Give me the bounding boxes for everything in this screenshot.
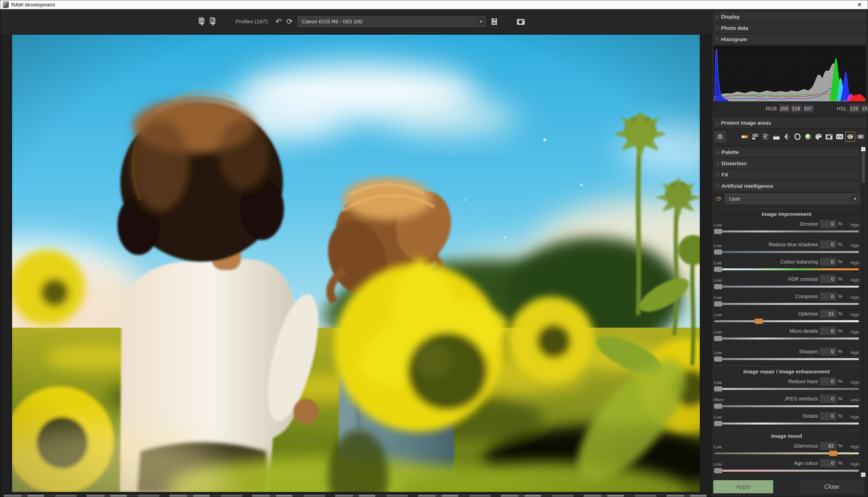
section-header-display[interactable]: ↓ Display bbox=[713, 12, 866, 22]
refresh-preset-button[interactable]: ⟳ bbox=[714, 194, 724, 204]
chevron-down-icon[interactable]: ▼ bbox=[851, 194, 859, 203]
slider-track[interactable] bbox=[714, 451, 859, 456]
slider-value-input[interactable]: 0 bbox=[820, 293, 836, 300]
ai-brain-tool[interactable] bbox=[845, 132, 855, 142]
slider-max-label: High bbox=[844, 380, 859, 385]
filmstrip-strip[interactable] bbox=[4, 495, 707, 497]
channel-bars-tool[interactable] bbox=[761, 132, 771, 142]
settings-gear-button[interactable]: ⚙ bbox=[715, 131, 726, 142]
curves-tool[interactable] bbox=[771, 132, 781, 142]
histogram-readout: RGB: 205 218 207 HSL: 129 15 212 bbox=[714, 103, 866, 114]
chevron-down-icon[interactable]: ▼ bbox=[477, 17, 485, 26]
slider-track[interactable] bbox=[714, 284, 859, 289]
apply-button[interactable]: Apply bbox=[713, 480, 773, 493]
slider-track[interactable] bbox=[714, 229, 859, 234]
ai-preset-select[interactable]: User ▼ bbox=[726, 194, 859, 204]
section-header-histogram[interactable]: ↑ Histogram bbox=[713, 34, 866, 44]
slider-min-label: Low bbox=[714, 444, 729, 450]
slider-track[interactable] bbox=[714, 356, 859, 362]
hsl-h-value[interactable]: 129 bbox=[850, 105, 860, 112]
section-header-photo-data[interactable]: ↓ Photo data bbox=[713, 23, 866, 33]
slider-handle[interactable] bbox=[714, 249, 722, 255]
slider-track[interactable] bbox=[714, 421, 859, 426]
noise-dither-tool[interactable] bbox=[750, 132, 760, 142]
slider-value-input[interactable]: 0 bbox=[820, 258, 836, 266]
rgb-r-value[interactable]: 205 bbox=[780, 105, 790, 112]
add-profile-from-settings-button[interactable] bbox=[207, 16, 218, 28]
scroll-up-button[interactable]: ▪ bbox=[861, 147, 866, 152]
slider-value-input[interactable]: 82 bbox=[820, 442, 836, 450]
palette-colors-tool[interactable] bbox=[814, 132, 824, 142]
slider-track[interactable] bbox=[714, 267, 859, 272]
histogram-plot[interactable] bbox=[714, 46, 866, 102]
slider-value-input[interactable]: 0 bbox=[820, 348, 836, 355]
redo-button[interactable]: ⟳ bbox=[284, 16, 295, 28]
slider-value-input[interactable]: 0 bbox=[820, 412, 836, 420]
slider-handle[interactable] bbox=[714, 301, 722, 307]
section-header-artificial-intelligence[interactable]: ↑ Artificial intelligence bbox=[714, 181, 859, 191]
scrollbar-track[interactable] bbox=[862, 152, 865, 471]
slider-value-input[interactable]: 0 bbox=[820, 241, 836, 248]
sphere-3d-tool[interactable] bbox=[803, 132, 813, 142]
panorama-tool[interactable] bbox=[856, 132, 866, 142]
split-compare-tool[interactable] bbox=[782, 132, 792, 142]
titlebar: RAW development ✕ bbox=[0, 0, 868, 9]
slider-handle[interactable] bbox=[714, 267, 722, 272]
gradient-filter-icon bbox=[741, 133, 748, 140]
panel-scrollbar[interactable]: ▪ ▪ bbox=[861, 147, 866, 477]
section-header-distortion[interactable]: ↓ Distortion bbox=[714, 159, 859, 168]
fx-effects-tool[interactable]: FX bbox=[835, 132, 845, 142]
svg-text:FX: FX bbox=[837, 134, 842, 139]
slider-handle[interactable] bbox=[714, 421, 722, 426]
slider-handle[interactable] bbox=[829, 451, 837, 456]
slider-track[interactable] bbox=[714, 468, 859, 473]
slider-handle[interactable] bbox=[714, 229, 722, 234]
slider-track[interactable] bbox=[714, 249, 859, 255]
slider-handle[interactable] bbox=[714, 403, 722, 409]
section-header-fx[interactable]: ↓ FX bbox=[714, 170, 859, 180]
save-profile-button[interactable] bbox=[489, 16, 500, 28]
vignette-tool[interactable] bbox=[793, 132, 802, 142]
image-canvas[interactable] bbox=[12, 34, 700, 492]
hsl-s-value[interactable]: 15 bbox=[862, 105, 868, 112]
scrollbar-thumb[interactable] bbox=[862, 153, 865, 183]
slider-track[interactable] bbox=[714, 318, 859, 324]
slider-handle[interactable] bbox=[714, 386, 722, 392]
slider-handle[interactable] bbox=[755, 318, 763, 324]
slider-value-input[interactable]: 0 bbox=[820, 395, 836, 402]
slider-value-input[interactable]: 0 bbox=[820, 275, 836, 283]
close-button[interactable]: Close bbox=[801, 480, 863, 493]
slider-value-input[interactable]: 31 bbox=[820, 310, 836, 317]
slider-handle[interactable] bbox=[714, 468, 722, 473]
slider-track[interactable] bbox=[714, 403, 859, 409]
slider-value-input[interactable]: 0 bbox=[820, 327, 836, 335]
close-window-button[interactable]: ✕ bbox=[854, 1, 865, 8]
brain-icon bbox=[846, 133, 854, 140]
slider-value-input[interactable]: 0 bbox=[820, 378, 836, 385]
slider-track[interactable] bbox=[714, 301, 859, 307]
slider-min-label: Low bbox=[714, 415, 729, 420]
redo-icon: ⟳ bbox=[286, 18, 293, 25]
slider-track[interactable] bbox=[714, 336, 859, 341]
scroll-down-button[interactable]: ▪ bbox=[861, 472, 866, 477]
window-title: RAW development bbox=[11, 2, 55, 8]
slider-handle[interactable] bbox=[714, 336, 722, 341]
section-header-protect-areas[interactable]: ↓ Protect image areas bbox=[713, 118, 866, 128]
slider-row: Low Reduce blue shadows 0 % High bbox=[714, 241, 859, 255]
profile-select[interactable]: Canon EOS R6 - ISO 100 ▼ bbox=[298, 17, 485, 26]
rgb-g-value[interactable]: 218 bbox=[791, 105, 802, 112]
section-header-palette[interactable]: ↓ Palette bbox=[714, 147, 859, 157]
camera-tool[interactable] bbox=[824, 132, 834, 142]
slider-handle[interactable] bbox=[714, 284, 722, 289]
slider-value-input[interactable]: 0 bbox=[820, 220, 836, 228]
slider-value-input[interactable]: 0 bbox=[820, 459, 836, 467]
undo-button[interactable]: ↶ bbox=[273, 16, 284, 28]
slider-track[interactable] bbox=[714, 386, 859, 392]
rgb-b-value[interactable]: 207 bbox=[803, 105, 814, 112]
gradient-filter-tool[interactable] bbox=[740, 132, 750, 142]
slider-min-label: Low bbox=[714, 295, 729, 300]
slider-handle[interactable] bbox=[714, 356, 722, 362]
camera-default-button[interactable] bbox=[515, 16, 526, 28]
slider-max-label: High bbox=[844, 350, 859, 355]
add-profile-button[interactable] bbox=[196, 16, 207, 28]
